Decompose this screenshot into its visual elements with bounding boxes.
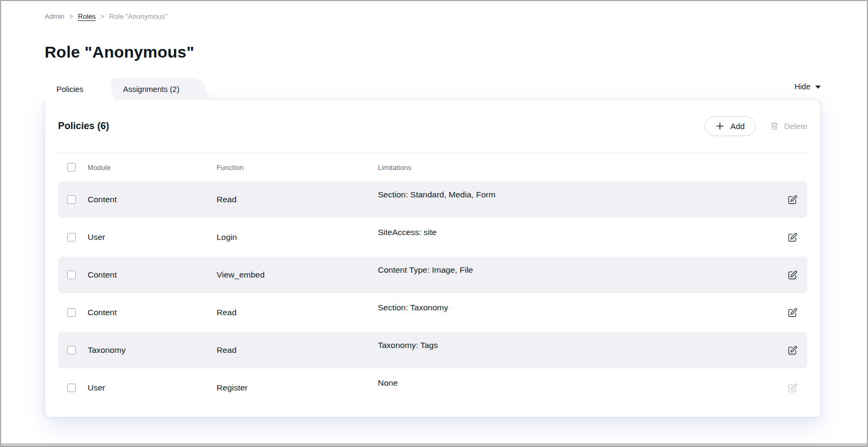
- row-checkbox[interactable]: [67, 195, 76, 204]
- table-row: User Register None: [58, 370, 807, 406]
- edit-square-icon: [787, 232, 798, 243]
- cell-function: View_embed: [217, 270, 378, 280]
- breadcrumb-separator: >: [101, 13, 104, 20]
- breadcrumb-item-current: Role "Anonymous": [109, 12, 167, 20]
- row-checkbox[interactable]: [67, 346, 76, 354]
- cell-limitations: SiteAccess: site: [378, 228, 777, 237]
- cell-limitations: Section: Standard, Media, Form: [378, 190, 777, 200]
- panel-title: Policies (6): [58, 120, 109, 132]
- tab-policies[interactable]: Policies: [45, 78, 94, 100]
- add-button-label: Add: [730, 122, 745, 131]
- main-content: Admin > Roles > Role "Anonymous" Role "A…: [1, 12, 867, 417]
- row-checkbox[interactable]: [67, 308, 76, 317]
- edit-policy-button[interactable]: [786, 344, 799, 357]
- edit-policy-button[interactable]: [786, 268, 799, 282]
- cell-limitations: Section: Taxonomy: [378, 303, 777, 313]
- policies-panel: Policies (6) Add Delete: [45, 100, 821, 417]
- row-checkbox[interactable]: [67, 233, 76, 242]
- cell-function: Register: [217, 383, 378, 393]
- edit-square-icon: [787, 307, 798, 318]
- cell-function: Read: [217, 195, 378, 204]
- cell-limitations: Taxonomy: Tags: [378, 340, 777, 350]
- hide-toggle[interactable]: Hide: [794, 82, 821, 96]
- row-checkbox[interactable]: [67, 384, 76, 392]
- edit-square-icon: [787, 269, 798, 281]
- plus-icon: [715, 122, 724, 131]
- tab-policies-label: Policies: [56, 85, 83, 94]
- caret-down-icon: [815, 86, 821, 89]
- table-row: User Login SiteAccess: site: [58, 219, 807, 256]
- column-header-function: Function: [217, 164, 378, 172]
- cell-function: Login: [217, 232, 378, 242]
- edit-policy-button[interactable]: [786, 306, 799, 320]
- cell-limitations: Content Type: Image, File: [378, 265, 777, 275]
- table-body: Content Read Section: Standard, Media, F…: [58, 181, 807, 406]
- add-button[interactable]: Add: [705, 116, 756, 136]
- column-header-limitations: Limitations: [378, 164, 777, 172]
- table-row: Content Read Section: Taxonomy: [58, 294, 807, 331]
- tab-bar: Policies Assignments (2) Hide: [45, 78, 821, 100]
- edit-square-icon: [787, 345, 798, 356]
- cell-module: Taxonomy: [88, 345, 217, 355]
- table-row: Content View_embed Content Type: Image, …: [58, 257, 807, 293]
- edit-policy-button[interactable]: [786, 381, 799, 395]
- table-row: Content Read Section: Standard, Media, F…: [58, 181, 807, 218]
- cell-module: User: [88, 232, 217, 242]
- tab-assignments-label: Assignments (2): [123, 85, 180, 94]
- app-window: Admin > Roles > Role "Anonymous" Role "A…: [0, 0, 868, 447]
- cell-module: Content: [88, 195, 217, 204]
- delete-button-label: Delete: [784, 122, 807, 131]
- breadcrumb-separator: >: [69, 13, 73, 20]
- edit-square-icon: [787, 382, 798, 394]
- edit-policy-button[interactable]: [786, 231, 799, 244]
- delete-button[interactable]: Delete: [770, 121, 807, 131]
- cell-function: Read: [217, 308, 378, 317]
- edit-policy-button[interactable]: [786, 193, 799, 207]
- table-header-row: Module Function Limitations: [58, 153, 807, 181]
- panel-actions: Add Delete: [705, 116, 807, 136]
- cell-module: Content: [88, 270, 217, 280]
- page-title: Role "Anonymous": [45, 43, 821, 61]
- tab-assignments[interactable]: Assignments (2): [111, 78, 190, 100]
- select-all-checkbox[interactable]: [67, 163, 76, 172]
- edit-square-icon: [787, 194, 798, 205]
- breadcrumb: Admin > Roles > Role "Anonymous": [45, 12, 821, 20]
- cell-limitations: None: [378, 378, 777, 388]
- hide-toggle-label: Hide: [794, 82, 810, 91]
- column-header-module: Module: [88, 164, 217, 172]
- panel-header: Policies (6) Add Delete: [58, 100, 807, 136]
- policies-table: Module Function Limitations Content Read…: [58, 153, 807, 406]
- cell-module: Content: [88, 308, 217, 317]
- table-row: Taxonomy Read Taxonomy: Tags: [58, 332, 807, 368]
- breadcrumb-link-roles[interactable]: Roles: [78, 12, 96, 20]
- table-header-checkbox-cell: [58, 163, 88, 172]
- row-checkbox[interactable]: [67, 271, 76, 279]
- breadcrumb-item-admin: Admin: [45, 12, 64, 20]
- trash-icon: [770, 121, 779, 131]
- cell-module: User: [88, 383, 217, 393]
- cell-function: Read: [217, 345, 378, 355]
